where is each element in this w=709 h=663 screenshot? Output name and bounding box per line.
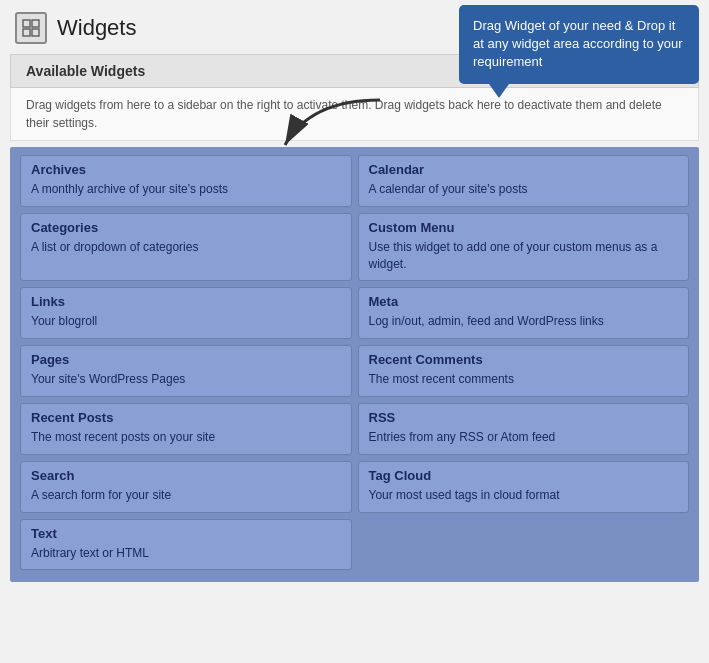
svg-rect-3 (32, 29, 39, 36)
widget-name: Tag Cloud (369, 468, 679, 483)
callout-text: Drag Widget of your need & Drop it at an… (473, 18, 683, 69)
widgets-icon (15, 12, 47, 44)
widget-item[interactable]: Meta Log in/out, admin, feed and WordPre… (358, 287, 690, 339)
callout-arrow (489, 84, 509, 98)
available-widgets-label: Available Widgets (26, 63, 145, 79)
widget-item[interactable]: Categories A list or dropdown of categor… (20, 213, 352, 282)
widget-desc: A list or dropdown of categories (31, 240, 198, 254)
page-title: Widgets (57, 15, 136, 41)
widget-item[interactable]: Recent Posts The most recent posts on yo… (20, 403, 352, 455)
widget-item[interactable]: Calendar A calendar of your site's posts (358, 155, 690, 207)
widget-name: Recent Posts (31, 410, 341, 425)
widget-desc: A search form for your site (31, 488, 171, 502)
widget-item[interactable]: RSS Entries from any RSS or Atom feed (358, 403, 690, 455)
widget-item[interactable]: Custom Menu Use this widget to add one o… (358, 213, 690, 282)
widget-item[interactable]: Pages Your site's WordPress Pages (20, 345, 352, 397)
widget-desc: Use this widget to add one of your custo… (369, 240, 658, 271)
page-wrapper: Drag Widget of your need & Drop it at an… (0, 0, 709, 663)
widget-desc: Your site's WordPress Pages (31, 372, 185, 386)
widget-desc: The most recent comments (369, 372, 514, 386)
widget-name: Categories (31, 220, 341, 235)
widget-svg-icon (22, 19, 40, 37)
widgets-grid: Archives A monthly archive of your site'… (10, 147, 699, 582)
arrow-svg (270, 95, 390, 155)
widget-item[interactable]: Text Arbitrary text or HTML (20, 519, 352, 571)
widget-desc: Entries from any RSS or Atom feed (369, 430, 556, 444)
drag-arrow (270, 95, 390, 158)
widget-name: Recent Comments (369, 352, 679, 367)
widget-item[interactable]: Links Your blogroll (20, 287, 352, 339)
widget-name: Calendar (369, 162, 679, 177)
widget-name: Pages (31, 352, 341, 367)
widget-name: Links (31, 294, 341, 309)
widget-name: Meta (369, 294, 679, 309)
callout-box: Drag Widget of your need & Drop it at an… (459, 5, 699, 84)
widget-desc: Arbitrary text or HTML (31, 546, 149, 560)
widget-desc: Your most used tags in cloud format (369, 488, 560, 502)
widget-name: Text (31, 526, 341, 541)
widget-item[interactable]: Archives A monthly archive of your site'… (20, 155, 352, 207)
svg-rect-0 (23, 20, 30, 27)
widget-name: Custom Menu (369, 220, 679, 235)
svg-rect-2 (23, 29, 30, 36)
widget-desc: A monthly archive of your site's posts (31, 182, 228, 196)
widget-item[interactable]: Search A search form for your site (20, 461, 352, 513)
widget-desc: Log in/out, admin, feed and WordPress li… (369, 314, 604, 328)
widget-name: Archives (31, 162, 341, 177)
widget-name: Search (31, 468, 341, 483)
widget-item[interactable]: Recent Comments The most recent comments (358, 345, 690, 397)
widget-desc: Your blogroll (31, 314, 97, 328)
widget-name: RSS (369, 410, 679, 425)
widget-desc: A calendar of your site's posts (369, 182, 528, 196)
widget-desc: The most recent posts on your site (31, 430, 215, 444)
svg-rect-1 (32, 20, 39, 27)
widget-item[interactable]: Tag Cloud Your most used tags in cloud f… (358, 461, 690, 513)
